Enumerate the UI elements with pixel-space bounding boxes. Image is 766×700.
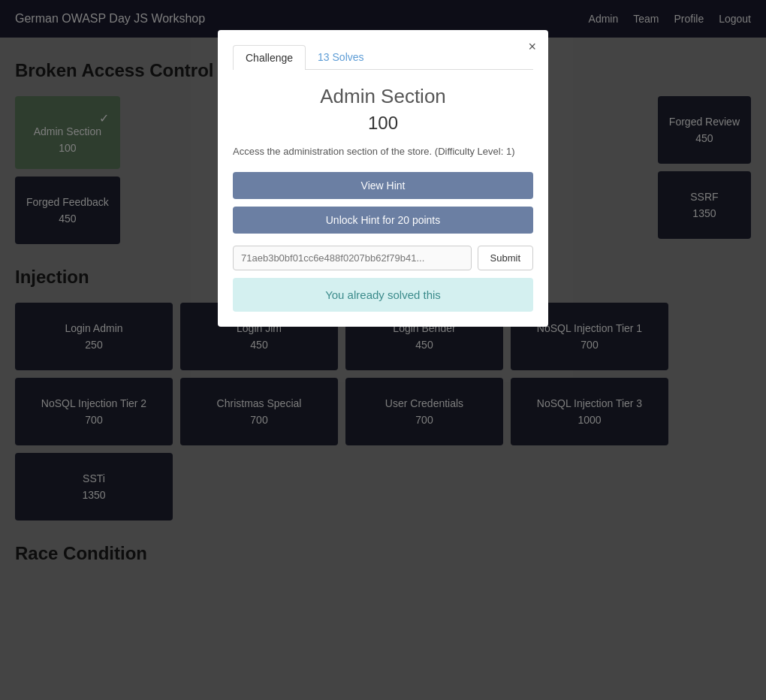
modal-close-button[interactable]: × xyxy=(528,39,536,55)
flag-input[interactable] xyxy=(233,246,472,270)
modal-challenge-points: 100 xyxy=(233,113,533,134)
challenge-modal: × Challenge 13 Solves Admin Section 100 … xyxy=(218,30,548,327)
tab-challenge[interactable]: Challenge xyxy=(233,45,306,70)
modal-tabs: Challenge 13 Solves xyxy=(233,45,533,70)
view-hint-button[interactable]: View Hint xyxy=(233,172,533,199)
modal-challenge-title: Admin Section xyxy=(233,85,533,108)
modal-description: Access the administration section of the… xyxy=(233,146,533,157)
unlock-hint-button[interactable]: Unlock Hint for 20 points xyxy=(233,207,533,234)
solved-banner: You already solved this xyxy=(233,278,533,312)
submit-row: Submit xyxy=(233,246,533,270)
submit-button[interactable]: Submit xyxy=(478,246,533,270)
tab-solves[interactable]: 13 Solves xyxy=(306,45,375,70)
modal-overlay[interactable]: × Challenge 13 Solves Admin Section 100 … xyxy=(0,0,766,700)
